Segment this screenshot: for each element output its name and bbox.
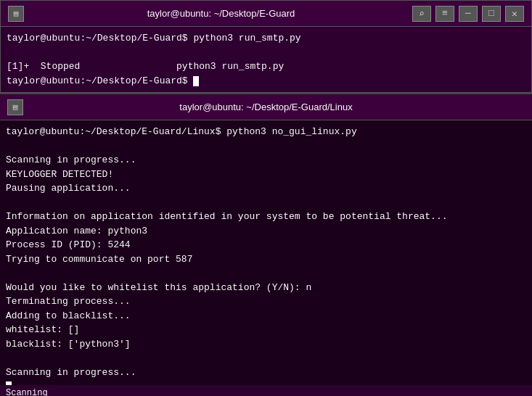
menu-button[interactable]: ≡ <box>435 6 454 22</box>
terminal-line-2-7: Application name: python3 <box>6 224 526 239</box>
terminal-line-2-2: Scanning in progress... <box>6 153 526 168</box>
terminal-icon-glyph-2: ▤ <box>13 102 18 112</box>
terminal-icon-glyph: ▤ <box>14 9 19 18</box>
terminal-cursor-line <box>6 379 526 385</box>
cursor-2 <box>6 381 12 385</box>
close-button[interactable]: ✕ <box>505 6 524 22</box>
terminal-line-2-6: Information on application identified in… <box>6 210 526 224</box>
title-bar-1: ▤ taylor@ubuntu: ~/Desktop/E-Guard ⌕ ≡ ─… <box>1 1 531 27</box>
title-bar-2: ▤ taylor@ubuntu: ~/Desktop/E-Guard/Linux <box>0 94 532 120</box>
terminal-content-1: taylor@ubuntu:~/Desktop/E-Guard$ python3… <box>1 27 531 92</box>
terminal-window-2: ▤ taylor@ubuntu: ~/Desktop/E-Guard/Linux… <box>0 93 532 385</box>
terminal-line-2-15: blacklist: ['python3'] <box>6 337 526 352</box>
terminal-line-2-12: Terminating process... <box>6 294 526 309</box>
terminal-line-1-2 <box>7 46 525 60</box>
terminal-line-2-5 <box>6 196 526 210</box>
terminal-window-1: ▤ taylor@ubuntu: ~/Desktop/E-Guard ⌕ ≡ ─… <box>0 0 532 93</box>
maximize-button[interactable]: □ <box>482 6 501 22</box>
status-text: Scanning <box>6 388 48 396</box>
terminal-line-2-3: KEYLOGGER DETECTED! <box>6 168 526 182</box>
title-bar-left-2: ▤ <box>7 99 29 115</box>
terminal-line-2-16 <box>6 351 526 366</box>
terminal-line-2-13: Adding to blacklist... <box>6 309 526 323</box>
terminal-line-1-1: taylor@ubuntu:~/Desktop/E-Guard$ python3… <box>7 31 525 46</box>
window1-title: taylor@ubuntu: ~/Desktop/E-Guard <box>30 8 412 19</box>
terminal-line-1-3: [1]+ Stopped python3 run_smtp.py <box>7 59 525 74</box>
terminal-icon-1: ▤ <box>8 6 24 22</box>
terminal-line-2-17: Scanning in progress... <box>6 366 526 380</box>
title-bar-left-1: ▤ <box>8 6 30 22</box>
window2-title: taylor@ubuntu: ~/Desktop/E-Guard/Linux <box>7 102 525 112</box>
terminal-line-2-0: taylor@ubuntu:~/Desktop/E-Guard/Linux$ p… <box>6 125 526 139</box>
terminal-line-2-4: Pausing application... <box>6 181 526 196</box>
search-button[interactable]: ⌕ <box>412 6 431 22</box>
terminal-content-2: taylor@ubuntu:~/Desktop/E-Guard/Linux$ p… <box>0 120 532 385</box>
terminal-line-2-14: whitelist: [] <box>6 323 526 337</box>
terminal-line-2-9: Trying to communicate on port 587 <box>6 252 526 267</box>
terminal-line-2-10 <box>6 266 526 281</box>
minimize-button[interactable]: ─ <box>459 6 478 22</box>
cursor-1 <box>193 76 199 86</box>
terminal-line-2-1 <box>6 139 526 154</box>
terminal-icon-2: ▤ <box>7 99 23 115</box>
terminal-line-2-8: Process ID (PID): 5244 <box>6 238 526 252</box>
terminal-line-1-4: taylor@ubuntu:~/Desktop/E-Guard$ <box>7 74 525 88</box>
terminal-line-2-11: Would you like to whitelist this applica… <box>6 281 526 295</box>
title-bar-controls-1: ⌕ ≡ ─ □ ✕ <box>412 6 524 22</box>
status-bar: Scanning <box>0 385 532 396</box>
